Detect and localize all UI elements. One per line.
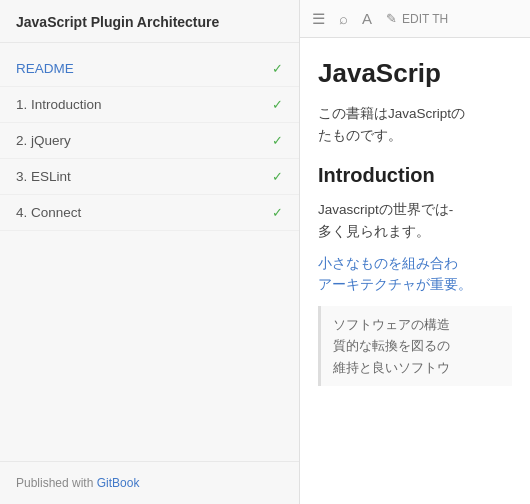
sidebar-item-connect-label: 4. Connect	[16, 205, 272, 220]
sidebar-nav: README ✓ 1. Introduction ✓ 2. jQuery ✓ 3…	[0, 43, 299, 461]
sidebar: JavaScript Plugin Architecture README ✓ …	[0, 0, 300, 504]
sidebar-item-introduction[interactable]: 1. Introduction ✓	[0, 87, 299, 123]
edit-label: EDIT TH	[402, 12, 448, 26]
main-panel: ☰ ⌕ A ✎ EDIT TH JavaScrip この書籍はJavaScrip…	[300, 0, 530, 504]
sidebar-item-readme-label: README	[16, 61, 272, 76]
search-icon[interactable]: ⌕	[339, 10, 348, 27]
footer-gitbook-link[interactable]: GitBook	[97, 476, 140, 490]
sidebar-item-jquery[interactable]: 2. jQuery ✓	[0, 123, 299, 159]
content-section-title: Introduction	[318, 164, 512, 187]
sidebar-item-connect[interactable]: 4. Connect ✓	[0, 195, 299, 231]
footer-published-text: Published with	[16, 476, 97, 490]
content-description: この書籍はJavaScriptのたものです。	[318, 103, 512, 146]
blockquote-line-3: 維持と良いソフトウ	[333, 357, 500, 378]
content-paragraph-2: 小さなものを組み合わアーキテクチャが重要。	[318, 253, 512, 296]
check-icon-eslint: ✓	[272, 169, 283, 184]
sidebar-item-jquery-label: 2. jQuery	[16, 133, 272, 148]
edit-pencil-icon: ✎	[386, 11, 397, 26]
check-icon-jquery: ✓	[272, 133, 283, 148]
content-paragraph-1: Javascriptの世界では-多く見られます。	[318, 199, 512, 242]
menu-icon[interactable]: ☰	[312, 10, 325, 28]
blockquote-line-1: ソフトウェアの構造	[333, 314, 500, 335]
sidebar-item-readme[interactable]: README ✓	[0, 51, 299, 87]
font-icon[interactable]: A	[362, 10, 372, 27]
sidebar-item-introduction-label: 1. Introduction	[16, 97, 272, 112]
blockquote-line-2: 質的な転換を図るの	[333, 335, 500, 356]
sidebar-item-eslint[interactable]: 3. ESLint ✓	[0, 159, 299, 195]
check-icon-readme: ✓	[272, 61, 283, 76]
sidebar-title: JavaScript Plugin Architecture	[0, 0, 299, 43]
check-icon-connect: ✓	[272, 205, 283, 220]
content-main-title: JavaScrip	[318, 58, 512, 89]
sidebar-footer: Published with GitBook	[0, 461, 299, 504]
sidebar-item-eslint-label: 3. ESLint	[16, 169, 272, 184]
edit-button[interactable]: ✎ EDIT TH	[386, 11, 448, 26]
check-icon-introduction: ✓	[272, 97, 283, 112]
content-area: JavaScrip この書籍はJavaScriptのたものです。 Introdu…	[300, 38, 530, 504]
toolbar: ☰ ⌕ A ✎ EDIT TH	[300, 0, 530, 38]
content-blockquote: ソフトウェアの構造 質的な転換を図るの 維持と良いソフトウ	[318, 306, 512, 386]
